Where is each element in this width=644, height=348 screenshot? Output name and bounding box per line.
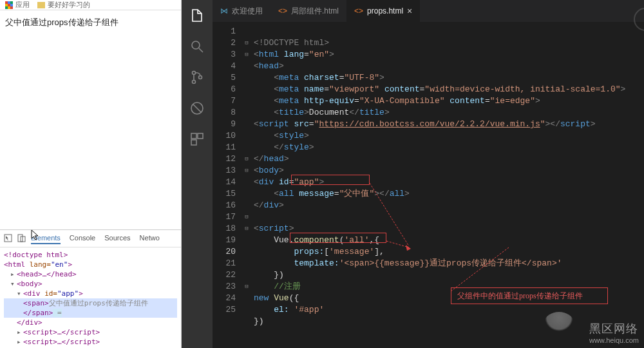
apps-icon — [5, 1, 13, 9]
source-control-icon[interactable] — [189, 70, 205, 85]
cursor-icon — [31, 229, 40, 243]
head-node[interactable]: ▸<head>…</head> — [4, 269, 177, 279]
tab-network[interactable]: Netwo — [140, 233, 160, 244]
watermark-main: 黑区网络 — [589, 321, 639, 336]
svg-rect-1 — [8, 1, 10, 4]
svg-marker-24 — [406, 245, 411, 251]
svg-line-18 — [193, 104, 201, 112]
inspect-icon[interactable] — [4, 234, 12, 244]
svg-rect-7 — [8, 6, 10, 9]
div-app-node[interactable]: ▾<div id="app"> — [4, 289, 177, 298]
page-body: 父中值通过props传递给子组件 — [0, 10, 181, 229]
demo-text: 父中值通过props传递给子组件 — [5, 17, 176, 28]
svg-point-16 — [199, 76, 202, 79]
svg-rect-8 — [10, 6, 13, 9]
tab-welcome[interactable]: ⋈ 欢迎使用 — [213, 0, 270, 22]
code-content[interactable]: <!DOCTYPE html> <html lang="en"> <head> … — [251, 22, 644, 348]
html-file-icon: <> — [278, 6, 287, 15]
span-node[interactable]: <span>父中值通过props传递给子组件</span> = — [4, 298, 177, 318]
annotation-caption: 父组件中的值通过props传递给子组件 — [457, 290, 583, 302]
search-icon[interactable] — [189, 39, 205, 54]
activity-bar — [182, 0, 213, 348]
svg-rect-5 — [10, 4, 13, 6]
svg-point-15 — [193, 81, 196, 84]
watermark: 黑区网络 www.heiqu.com — [589, 321, 639, 344]
device-icon[interactable] — [17, 234, 26, 244]
svg-rect-0 — [5, 1, 8, 4]
svg-line-13 — [199, 48, 203, 52]
tab-label: 欢迎使用 — [232, 6, 263, 17]
watermark-sub: www.heiqu.com — [589, 336, 639, 344]
close-icon[interactable]: × — [407, 6, 412, 16]
svg-rect-19 — [191, 133, 196, 139]
devtools-panel: Elements Console Sources Netwo <!doctype… — [0, 229, 181, 348]
svg-rect-6 — [5, 6, 8, 9]
vscode-pane: ⋈ 欢迎使用 <> 局部组件.html <> props.html × 1234… — [182, 0, 644, 348]
html-file-icon: <> — [354, 6, 363, 15]
explorer-icon[interactable] — [189, 8, 205, 23]
bookmark-bar: 应用 要好好学习的 — [0, 0, 181, 10]
debug-icon[interactable] — [189, 101, 205, 116]
fold-column: ⊟⊟⊟⊟⊟⊟⊟ — [242, 22, 251, 348]
tab-local-component[interactable]: <> 局部组件.html — [270, 0, 346, 22]
editor-area: ⋈ 欢迎使用 <> 局部组件.html <> props.html × 1234… — [213, 0, 644, 348]
annotation-caption-box — [451, 287, 608, 304]
svg-point-14 — [193, 72, 196, 75]
script-node-1[interactable]: ▸<script>…</script> — [4, 327, 177, 337]
app-root: 应用 要好好学习的 父中值通过props传递给子组件 Elements Cons… — [0, 0, 644, 348]
folder-icon — [37, 2, 45, 8]
folder-label: 要好好学习的 — [48, 0, 90, 10]
svg-line-23 — [386, 241, 409, 247]
dom-tree[interactable]: <!doctype html> <html lang="en"> ▸<head>… — [0, 247, 181, 348]
tab-sources[interactable]: Sources — [104, 233, 130, 244]
tab-label: props.html — [367, 6, 403, 15]
svg-rect-3 — [5, 4, 8, 6]
svg-point-12 — [192, 41, 200, 49]
devtools-tabs: Elements Console Sources Netwo — [31, 233, 160, 244]
html-node[interactable]: <html lang="en"> — [4, 260, 177, 269]
line-gutter: 1234567891011121314151617181920212223242… — [213, 22, 242, 348]
svg-rect-4 — [8, 4, 10, 6]
doctype-node[interactable]: <!doctype html> — [4, 250, 177, 260]
body-node[interactable]: ▾<body> — [4, 279, 177, 289]
svg-line-25 — [451, 247, 509, 291]
tab-props[interactable]: <> props.html × — [346, 0, 420, 22]
tab-console[interactable]: Console — [70, 233, 95, 244]
svg-rect-20 — [198, 133, 203, 139]
watermark-logo — [545, 312, 573, 331]
tab-label: 局部组件.html — [291, 6, 339, 17]
devtools-toolbar: Elements Console Sources Netwo — [0, 230, 181, 247]
script-node-2[interactable]: ▸<script>…</script> — [4, 337, 177, 347]
tab-bar: ⋈ 欢迎使用 <> 局部组件.html <> props.html × — [213, 0, 644, 22]
bookmark-folder[interactable]: 要好好学习的 — [37, 0, 90, 10]
vscode-icon: ⋈ — [220, 6, 228, 15]
apps-button[interactable]: 应用 — [5, 0, 30, 10]
div-close-node[interactable]: </div> — [4, 318, 177, 327]
code-editor[interactable]: 1234567891011121314151617181920212223242… — [213, 22, 644, 348]
extensions-icon[interactable] — [189, 131, 205, 147]
apps-label: 应用 — [15, 0, 30, 10]
svg-rect-21 — [191, 140, 196, 145]
svg-rect-2 — [10, 1, 13, 4]
browser-pane: 应用 要好好学习的 父中值通过props传递给子组件 Elements Cons… — [0, 0, 182, 348]
